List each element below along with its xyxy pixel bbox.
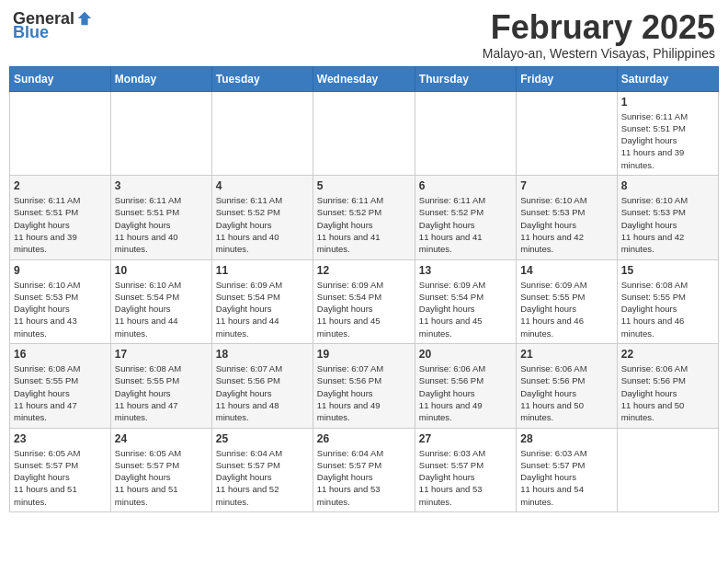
day-info: Sunrise: 6:09 AMSunset: 5:54 PMDaylight …: [419, 280, 485, 339]
calendar-cell: 14 Sunrise: 6:09 AMSunset: 5:55 PMDaylig…: [517, 259, 617, 343]
calendar-week-row: 23 Sunrise: 6:05 AMSunset: 5:57 PMDaylig…: [10, 428, 719, 511]
day-number: 21: [520, 348, 612, 361]
calendar-cell: [10, 91, 111, 175]
day-number: 20: [419, 348, 512, 361]
calendar-cell: 3 Sunrise: 6:11 AMSunset: 5:51 PMDayligh…: [110, 176, 211, 259]
day-info: Sunrise: 6:05 AMSunset: 5:57 PMDaylight …: [115, 448, 181, 507]
calendar-cell: 17 Sunrise: 6:08 AMSunset: 5:55 PMDaylig…: [110, 344, 211, 428]
day-number: 1: [621, 96, 714, 109]
day-number: 25: [216, 432, 309, 445]
calendar-cell: [617, 428, 718, 511]
day-number: 7: [520, 179, 612, 192]
day-number: 3: [115, 179, 208, 192]
day-number: 12: [317, 264, 411, 277]
day-number: 28: [520, 432, 612, 445]
day-number: 14: [520, 264, 612, 277]
day-number: 18: [216, 348, 309, 361]
logo-area: General Blue: [13, 9, 93, 42]
calendar-header-row: SundayMondayTuesdayWednesdayThursdayFrid…: [10, 66, 719, 91]
day-number: 6: [419, 179, 512, 192]
day-info: Sunrise: 6:04 AMSunset: 5:57 PMDaylight …: [317, 448, 383, 507]
day-info: Sunrise: 6:09 AMSunset: 5:54 PMDaylight …: [216, 280, 282, 339]
calendar-cell: [415, 91, 516, 175]
calendar-cell: 12 Sunrise: 6:09 AMSunset: 5:54 PMDaylig…: [313, 259, 415, 343]
calendar-cell: 13 Sunrise: 6:09 AMSunset: 5:54 PMDaylig…: [415, 259, 516, 343]
day-number: 22: [621, 348, 714, 361]
weekday-header: Thursday: [415, 66, 516, 91]
calendar-cell: 6 Sunrise: 6:11 AMSunset: 5:52 PMDayligh…: [415, 176, 516, 259]
weekday-header: Tuesday: [211, 66, 313, 91]
calendar-cell: 28 Sunrise: 6:03 AMSunset: 5:57 PMDaylig…: [517, 428, 617, 511]
day-info: Sunrise: 6:11 AMSunset: 5:51 PMDaylight …: [14, 195, 80, 254]
day-number: 13: [419, 264, 512, 277]
day-info: Sunrise: 6:05 AMSunset: 5:57 PMDaylight …: [14, 448, 80, 507]
day-number: 15: [621, 264, 714, 277]
day-info: Sunrise: 6:06 AMSunset: 5:56 PMDaylight …: [419, 363, 485, 422]
day-number: 23: [14, 432, 107, 445]
weekday-header: Friday: [517, 66, 617, 91]
day-info: Sunrise: 6:09 AMSunset: 5:55 PMDaylight …: [520, 280, 586, 339]
day-info: Sunrise: 6:11 AMSunset: 5:52 PMDaylight …: [419, 195, 485, 254]
day-number: 2: [14, 179, 107, 192]
logo-icon: [76, 10, 93, 27]
calendar-cell: 15 Sunrise: 6:08 AMSunset: 5:55 PMDaylig…: [617, 259, 718, 343]
day-info: Sunrise: 6:11 AMSunset: 5:51 PMDaylight …: [115, 195, 181, 254]
day-info: Sunrise: 6:08 AMSunset: 5:55 PMDaylight …: [621, 280, 688, 339]
calendar-cell: 11 Sunrise: 6:09 AMSunset: 5:54 PMDaylig…: [211, 259, 313, 343]
day-info: Sunrise: 6:09 AMSunset: 5:54 PMDaylight …: [317, 280, 383, 339]
day-info: Sunrise: 6:07 AMSunset: 5:56 PMDaylight …: [317, 363, 383, 422]
day-number: 4: [216, 179, 309, 192]
calendar-cell: 4 Sunrise: 6:11 AMSunset: 5:52 PMDayligh…: [211, 176, 313, 259]
calendar-cell: 5 Sunrise: 6:11 AMSunset: 5:52 PMDayligh…: [313, 176, 415, 259]
day-info: Sunrise: 6:10 AMSunset: 5:53 PMDaylight …: [621, 195, 688, 254]
day-info: Sunrise: 6:11 AMSunset: 5:51 PMDaylight …: [621, 111, 688, 170]
calendar-cell: 9 Sunrise: 6:10 AMSunset: 5:53 PMDayligh…: [10, 259, 111, 343]
calendar-cell: [517, 91, 617, 175]
day-info: Sunrise: 6:03 AMSunset: 5:57 PMDaylight …: [520, 448, 586, 507]
day-info: Sunrise: 6:10 AMSunset: 5:54 PMDaylight …: [115, 280, 181, 339]
calendar-cell: [313, 91, 415, 175]
calendar-cell: 8 Sunrise: 6:10 AMSunset: 5:53 PMDayligh…: [617, 176, 718, 259]
calendar-cell: 25 Sunrise: 6:04 AMSunset: 5:57 PMDaylig…: [211, 428, 313, 511]
calendar-cell: [110, 91, 211, 175]
day-number: 11: [216, 264, 309, 277]
calendar-cell: 2 Sunrise: 6:11 AMSunset: 5:51 PMDayligh…: [10, 176, 111, 259]
calendar-cell: [211, 91, 313, 175]
calendar-cell: 24 Sunrise: 6:05 AMSunset: 5:57 PMDaylig…: [110, 428, 211, 511]
svg-marker-0: [78, 11, 91, 24]
day-info: Sunrise: 6:11 AMSunset: 5:52 PMDaylight …: [317, 195, 383, 254]
day-info: Sunrise: 6:10 AMSunset: 5:53 PMDaylight …: [520, 195, 586, 254]
day-number: 17: [115, 348, 208, 361]
calendar-table: SundayMondayTuesdayWednesdayThursdayFrid…: [9, 66, 719, 512]
weekday-header: Sunday: [10, 66, 111, 91]
day-number: 19: [317, 348, 411, 361]
day-info: Sunrise: 6:06 AMSunset: 5:56 PMDaylight …: [520, 363, 586, 422]
calendar-week-row: 9 Sunrise: 6:10 AMSunset: 5:53 PMDayligh…: [10, 259, 719, 343]
day-number: 27: [419, 432, 512, 445]
calendar-cell: 21 Sunrise: 6:06 AMSunset: 5:56 PMDaylig…: [517, 344, 617, 428]
day-info: Sunrise: 6:06 AMSunset: 5:56 PMDaylight …: [621, 363, 688, 422]
location-subtitle: Malayo-an, Western Visayas, Philippines: [483, 46, 715, 61]
calendar-cell: 20 Sunrise: 6:06 AMSunset: 5:56 PMDaylig…: [415, 344, 516, 428]
day-info: Sunrise: 6:08 AMSunset: 5:55 PMDaylight …: [14, 363, 80, 422]
day-number: 9: [14, 264, 107, 277]
weekday-header: Wednesday: [313, 66, 415, 91]
calendar-cell: 26 Sunrise: 6:04 AMSunset: 5:57 PMDaylig…: [313, 428, 415, 511]
day-info: Sunrise: 6:07 AMSunset: 5:56 PMDaylight …: [216, 363, 282, 422]
calendar-cell: 22 Sunrise: 6:06 AMSunset: 5:56 PMDaylig…: [617, 344, 718, 428]
day-info: Sunrise: 6:04 AMSunset: 5:57 PMDaylight …: [216, 448, 282, 507]
calendar-cell: 16 Sunrise: 6:08 AMSunset: 5:55 PMDaylig…: [10, 344, 111, 428]
day-number: 5: [317, 179, 411, 192]
calendar-week-row: 16 Sunrise: 6:08 AMSunset: 5:55 PMDaylig…: [10, 344, 719, 428]
weekday-header: Saturday: [617, 66, 718, 91]
day-number: 16: [14, 348, 107, 361]
calendar-cell: 1 Sunrise: 6:11 AMSunset: 5:51 PMDayligh…: [617, 91, 718, 175]
calendar-week-row: 1 Sunrise: 6:11 AMSunset: 5:51 PMDayligh…: [10, 91, 719, 175]
day-info: Sunrise: 6:11 AMSunset: 5:52 PMDaylight …: [216, 195, 282, 254]
calendar-week-row: 2 Sunrise: 6:11 AMSunset: 5:51 PMDayligh…: [10, 176, 719, 259]
month-title: February 2025: [483, 9, 715, 46]
day-info: Sunrise: 6:08 AMSunset: 5:55 PMDaylight …: [115, 363, 181, 422]
logo-blue-text: Blue: [13, 23, 49, 42]
day-number: 10: [115, 264, 208, 277]
weekday-header: Monday: [110, 66, 211, 91]
